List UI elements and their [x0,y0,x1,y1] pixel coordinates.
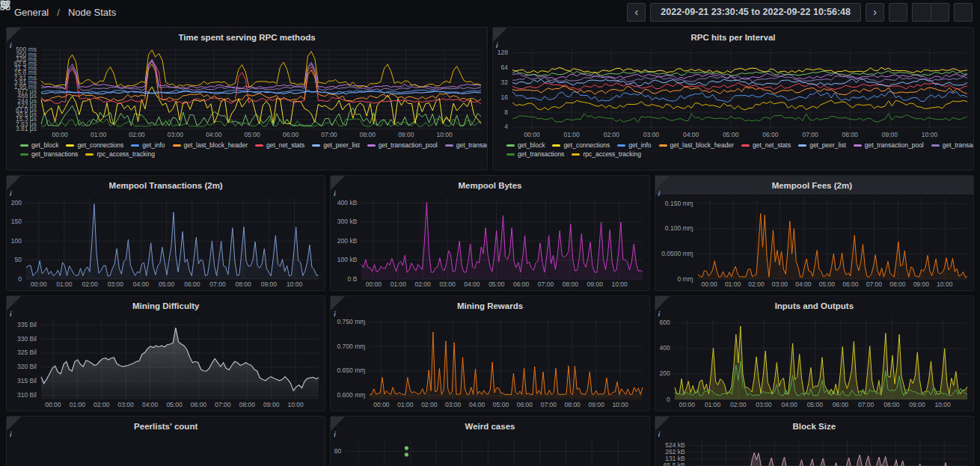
legend-item[interactable]: get_connections [552,141,610,149]
legend-item[interactable]: get_last_block_header [173,141,248,149]
panel-info-icon[interactable]: i [331,417,345,431]
panel-header[interactable]: Inputs and Outputs [655,296,973,315]
chevron-left-icon: ‹ [635,7,639,17]
time-shift-back-button[interactable]: ‹ [627,3,646,22]
chart-area[interactable]: 400 kB300 kB200 kB100 kB0 B00:0001:0002:… [331,194,649,290]
panel-info-icon[interactable]: i [331,176,345,190]
breadcrumb[interactable]: General / Node Stats [7,7,116,18]
panel-header[interactable]: RPC hits per Interval [493,28,973,46]
legend-swatch [506,153,515,156]
panel-mining-rewards: i Mining Rewards 0.750 mɱ0.700 mɱ0.650 m… [330,295,649,411]
panel-header[interactable]: Mining Rewards [331,296,649,315]
legend-label: rpc_access_tracking [583,150,640,158]
chart-area[interactable]: 20015010050000:0001:0002:0003:0004:0005:… [7,194,325,290]
chart-area[interactable]: 600400200000:0001:0002:0003:0004:0005:00… [655,315,973,411]
legend-item[interactable]: rpc_access_tracking [572,150,640,158]
legend-label: get_transactions [31,150,78,158]
legend-item[interactable]: get_transaction_pool [367,141,438,149]
legend-item[interactable]: get_block [20,141,58,149]
panel-header[interactable]: Peerlists' count [7,417,325,435]
legend-item[interactable]: get_transaction_pool [854,141,924,149]
refresh-interval-dropdown[interactable] [931,3,949,22]
legend-item[interactable]: get_block [506,141,545,149]
legend-label: get_peer_list [809,141,846,149]
panel-header[interactable]: Mempool Bytes [331,176,649,194]
panel-info-icon[interactable]: i [655,296,670,310]
legend-swatch [617,144,625,147]
breadcrumb-section[interactable]: General [14,7,49,18]
panel-header[interactable]: Time spent serving RPC methods [7,28,487,46]
legend-item[interactable]: rpc_access_tracking [85,150,154,158]
legend-item[interactable]: get_peer_list [798,141,846,149]
panel-info-icon[interactable]: i [655,176,670,190]
panel-inputs-and-outputs: i Inputs and Outputs 600400200000:0001:0… [655,295,974,411]
panel-info-icon[interactable]: i [7,28,21,42]
legend-item[interactable]: get_connections [66,141,123,149]
panel-info-icon[interactable]: i [7,176,21,190]
legend-item[interactable]: get_transaction_pool_stats [445,141,487,149]
legend-label: get_block [31,141,58,149]
chart-area[interactable] [7,435,325,466]
panel-title: Weird cases [465,422,515,431]
chart-area[interactable]: 0.150 mɱ0.100 mɱ0.0500 mɱ0 mɱ00:0001:000… [655,194,973,290]
legend-swatch [367,144,376,147]
dashboard-grid: i Time spent serving RPC methods 500 ms2… [0,24,980,466]
chart-area[interactable]: 8000:0001:0002:0003:0004:0005:0006:0007:… [331,435,649,466]
legend-item[interactable]: get_transactions [20,150,78,158]
time-shift-forward-button[interactable]: › [866,3,884,22]
chart-area[interactable]: 0.750 mɱ0.700 mɱ0.650 mɱ0.600 mɱ00:0001:… [331,315,649,411]
legend-swatch [572,153,580,156]
panel-mining-difficulty: i Mining Difficulty 335 Bil330 Bil325 Bi… [6,295,325,411]
legend-swatch [20,144,28,147]
panel-header[interactable]: Block Size [655,417,973,435]
panel-info-icon[interactable]: i [7,417,21,431]
panel-info-icon[interactable]: i [7,296,21,310]
panel-header[interactable]: Mining Difficulty [7,296,325,315]
breadcrumb-page-title: Node Stats [68,7,116,18]
legend-item[interactable]: get_last_block_header [659,141,735,149]
legend-item[interactable]: get_info [617,141,651,149]
legend-item[interactable]: get_transaction_pool_stats [931,141,973,149]
chart-area[interactable]: 500 ms250 ms125 ms62.5 ms31.3 ms15.6 ms7… [7,46,487,141]
legend: get_blockget_connectionsget_infoget_last… [7,141,487,170]
chart-area[interactable]: 524 kB262 kB131 kB65.5 kB00:0001:0002:00… [655,435,973,466]
panel-header[interactable]: Mempool Fees (2m) [655,176,973,194]
panel-title: Mempool Transactions (2m) [109,181,223,190]
zoom-out-time-button[interactable] [889,3,907,22]
legend-swatch [173,144,181,147]
legend-item[interactable]: get_net_stats [741,141,791,149]
legend-swatch [255,144,263,147]
legend-label: get_transactions [518,150,564,158]
legend-swatch [131,144,139,147]
legend-swatch [931,144,940,147]
panel-title: Block Size [793,422,836,431]
chart-area[interactable]: 335 Bil330 Bil325 Bil320 Bil315 Bil310 B… [7,315,325,411]
legend-swatch [552,144,560,147]
legend-item[interactable]: get_peer_list [312,141,360,149]
toolbar: General / Node Stats ‹ 2022-09-21 23:30:… [0,0,980,24]
legend-label: get_last_block_header [670,141,735,149]
panel-info-icon[interactable]: i [493,28,507,42]
panel-weird-cases: i Weird cases 8000:0001:0002:0003:0004:0… [330,416,649,466]
legend-label: get_block [518,141,545,149]
legend-swatch [445,144,453,147]
refresh-button[interactable] [912,3,931,22]
panel-info-icon[interactable]: i [655,417,670,431]
grafana-dashboard: General / Node Stats ‹ 2022-09-21 23:30:… [0,0,980,466]
panel-rpc-hits-per-interval: i RPC hits per Interval 1286432168400:00… [492,27,974,171]
legend-swatch [659,144,667,147]
legend-item[interactable]: get_net_stats [255,141,304,149]
legend-swatch [312,144,320,147]
legend-item[interactable]: get_info [131,141,165,149]
legend-swatch [66,144,74,147]
legend-label: get_transaction_pool_stats [456,141,487,149]
kiosk-mode-button[interactable] [954,3,973,22]
panel-peerlists-count: i Peerlists' count [6,416,325,466]
time-range-picker[interactable]: 2022-09-21 23:30:45 to 2022-09-22 10:56:… [650,3,861,22]
chart-area[interactable]: 1286432168400:0001:0002:0003:0004:0005:0… [493,46,973,141]
legend-label: get_last_block_header [184,141,248,149]
panel-info-icon[interactable]: i [331,296,345,310]
panel-header[interactable]: Mempool Transactions (2m) [7,176,325,194]
legend-item[interactable]: get_transactions [506,150,564,158]
panel-header[interactable]: Weird cases [331,417,649,435]
